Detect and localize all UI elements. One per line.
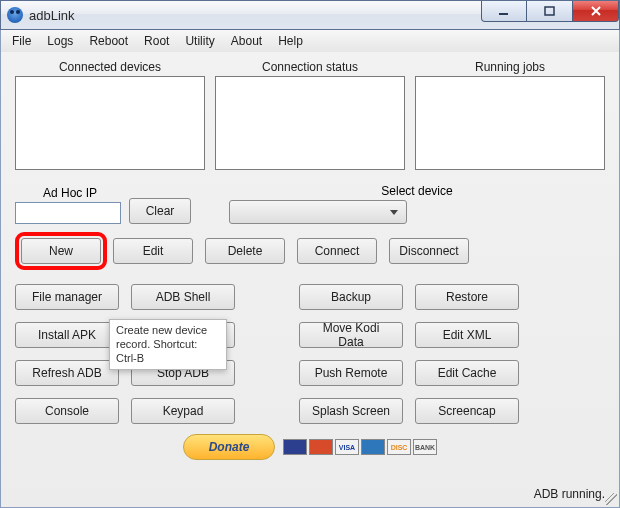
menu-utility[interactable]: Utility — [177, 32, 222, 50]
menubar: File Logs Reboot Root Utility About Help — [0, 30, 620, 52]
screencap-button[interactable]: Screencap — [415, 398, 519, 424]
svg-rect-0 — [499, 13, 508, 15]
disconnect-button[interactable]: Disconnect — [389, 238, 469, 264]
card-bank: BANK — [413, 439, 437, 455]
splash-screen-button[interactable]: Splash Screen — [299, 398, 403, 424]
keypad-button[interactable]: Keypad — [131, 398, 235, 424]
menu-root[interactable]: Root — [136, 32, 177, 50]
connection-status-label: Connection status — [262, 60, 358, 74]
grid-gap — [247, 322, 287, 352]
top-section-row: Connected devices Connection status Runn… — [15, 60, 605, 170]
new-button[interactable]: New — [21, 238, 101, 264]
file-manager-button[interactable]: File manager — [15, 284, 119, 310]
main-button-grid: File manager ADB Shell Backup Restore In… — [15, 284, 605, 428]
connect-button[interactable]: Connect — [297, 238, 377, 264]
edit-xml-button[interactable]: Edit XML — [415, 322, 519, 348]
payment-cards: VISADISCBANK — [283, 439, 437, 455]
card-disc: DISC — [387, 439, 411, 455]
app-icon — [7, 7, 23, 23]
titlebar: adbLink — [0, 0, 620, 30]
adhoc-row: Ad Hoc IP Clear Select device — [15, 184, 605, 224]
connection-status-list[interactable] — [215, 76, 405, 170]
connection-status-section: Connection status — [215, 60, 405, 170]
client-area: Connected devices Connection status Runn… — [0, 52, 620, 508]
maximize-button[interactable] — [527, 1, 573, 22]
menu-reboot[interactable]: Reboot — [81, 32, 136, 50]
donate-row: Donate VISADISCBANK — [15, 434, 605, 460]
install-apk-button[interactable]: Install APK — [15, 322, 119, 348]
maximize-icon — [544, 5, 556, 17]
restore-button[interactable]: Restore — [415, 284, 519, 310]
console-button[interactable]: Console — [15, 398, 119, 424]
adb-shell-button[interactable]: ADB Shell — [131, 284, 235, 310]
backup-button[interactable]: Backup — [299, 284, 403, 310]
connected-devices-list[interactable] — [15, 76, 205, 170]
select-device-dropdown[interactable] — [229, 200, 407, 224]
window-buttons — [481, 1, 619, 22]
menu-help[interactable]: Help — [270, 32, 311, 50]
grid-gap — [247, 360, 287, 390]
grid-gap — [247, 398, 287, 428]
select-device-label: Select device — [229, 184, 605, 198]
card-mc2 — [309, 439, 333, 455]
close-button[interactable] — [573, 1, 619, 22]
adhoc-col: Ad Hoc IP — [15, 186, 121, 224]
card-mc1 — [283, 439, 307, 455]
grid-gap — [247, 284, 287, 314]
delete-button[interactable]: Delete — [205, 238, 285, 264]
running-jobs-list[interactable] — [415, 76, 605, 170]
svg-rect-1 — [545, 7, 554, 15]
close-icon — [590, 5, 602, 17]
select-device-col: Select device — [229, 184, 605, 224]
menu-file[interactable]: File — [4, 32, 39, 50]
adhoc-label: Ad Hoc IP — [43, 186, 121, 200]
connected-devices-label: Connected devices — [59, 60, 161, 74]
running-jobs-label: Running jobs — [475, 60, 545, 74]
card-visa: VISA — [335, 439, 359, 455]
menu-about[interactable]: About — [223, 32, 270, 50]
menu-logs[interactable]: Logs — [39, 32, 81, 50]
resize-grip-icon[interactable] — [605, 493, 617, 505]
connected-devices-section: Connected devices — [15, 60, 205, 170]
minimize-button[interactable] — [481, 1, 527, 22]
donate-button[interactable]: Donate — [183, 434, 275, 460]
status-text: ADB running. — [534, 487, 605, 501]
move-kodi-button[interactable]: Move Kodi Data — [299, 322, 403, 348]
push-remote-button[interactable]: Push Remote — [299, 360, 403, 386]
crud-row: New Edit Delete Connect Disconnect — [15, 238, 605, 264]
clear-button[interactable]: Clear — [129, 198, 191, 224]
adhoc-ip-input[interactable] — [15, 202, 121, 224]
card-amex — [361, 439, 385, 455]
minimize-icon — [498, 5, 510, 17]
tooltip-new: Create new device record. Shortcut: Ctrl… — [109, 319, 227, 370]
window-title: adbLink — [29, 8, 75, 23]
edit-cache-button[interactable]: Edit Cache — [415, 360, 519, 386]
edit-button[interactable]: Edit — [113, 238, 193, 264]
refresh-adb-button[interactable]: Refresh ADB — [15, 360, 119, 386]
running-jobs-section: Running jobs — [415, 60, 605, 170]
